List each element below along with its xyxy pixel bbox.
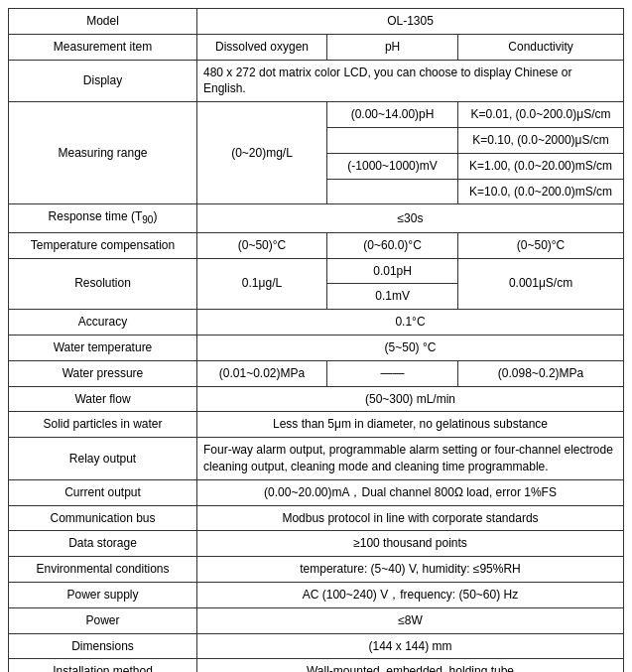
resolution-label: Resolution	[9, 258, 197, 310]
power-supply-label: Power supply	[9, 582, 197, 607]
dissolved-oxygen-cell: Dissolved oxygen	[197, 34, 327, 60]
display-value: 480 x 272 dot matrix color LCD, you can …	[197, 60, 624, 102]
comm-bus-row: Communication bus Modbus protocol in lin…	[9, 505, 624, 531]
measuring-range-row: Measuring range (0~20)mg/L (0.00~14.00)p…	[9, 102, 624, 128]
env-conditions-value: temperature: (5~40) V, humidity: ≤95%RH	[197, 557, 624, 583]
resolution-cond: 0.001μS/cm	[458, 258, 624, 310]
resolution-do: 0.1μg/L	[197, 258, 327, 310]
response-time-row: Response time (T90) ≤30s	[9, 204, 624, 232]
conductivity-range3-cell: K=1.00, (0.0~20.00)mS/cm	[458, 153, 624, 179]
dimensions-row: Dimensions (144 x 144) mm	[9, 633, 624, 659]
model-label: Model	[9, 9, 197, 35]
water-pressure-label: Water pressure	[9, 360, 197, 386]
env-conditions-label: Environmental conditions	[9, 557, 197, 583]
comm-bus-label: Communication bus	[9, 505, 197, 531]
resolution-mv: 0.1mV	[327, 284, 458, 310]
response-time-value: ≤30s	[197, 204, 624, 232]
model-value: OL-1305	[197, 9, 624, 35]
water-pressure-row: Water pressure (0.01~0.02)MPa —— (0.098~…	[9, 360, 624, 386]
ph-range2-cell	[327, 127, 458, 153]
water-temp-row: Water temperature (5~50) °C	[9, 335, 624, 360]
data-storage-label: Data storage	[9, 531, 197, 557]
temp-comp-ph: (0~60.0)°C	[327, 232, 458, 258]
ph-cell: pH	[327, 34, 458, 60]
water-temp-value: (5~50) °C	[197, 335, 624, 360]
spec-table: Model OL-1305 Measurement item Dissolved…	[8, 8, 624, 672]
relay-output-label: Relay output	[9, 438, 197, 480]
accuracy-value: 0.1°C	[197, 310, 624, 336]
resolution-ph: 0.01pH	[327, 258, 458, 284]
model-row: Model OL-1305	[9, 9, 624, 35]
temp-comp-row: Temperature compensation (0~50)°C (0~60.…	[9, 232, 624, 258]
dimensions-value: (144 x 144) mm	[197, 633, 624, 659]
mv-range-cell: (-1000~1000)mV	[327, 153, 458, 179]
power-label: Power	[9, 607, 197, 633]
resolution-row1: Resolution 0.1μg/L 0.01pH 0.001μS/cm	[9, 258, 624, 284]
water-pressure-cond: (0.098~0.2)MPa	[458, 360, 624, 386]
water-temp-label: Water temperature	[9, 335, 197, 360]
data-storage-value: ≥100 thousand points	[197, 531, 624, 557]
accuracy-row: Accuracy 0.1°C	[9, 310, 624, 336]
solid-particles-label: Solid particles in water	[9, 412, 197, 438]
measurement-item-label: Measurement item	[9, 34, 197, 60]
power-supply-row: Power supply AC (100~240) V，frequency: (…	[9, 582, 624, 607]
water-flow-value: (50~300) mL/min	[197, 386, 624, 412]
ph-range-cell: (0.00~14.00)pH	[327, 102, 458, 128]
water-flow-label: Water flow	[9, 386, 197, 412]
conductivity-range2-cell: K=0.10, (0.0~2000)μS/cm	[458, 127, 624, 153]
display-label: Display	[9, 60, 197, 102]
display-row: Display 480 x 272 dot matrix color LCD, …	[9, 60, 624, 102]
current-output-row: Current output (0.00~20.00)mA，Dual chann…	[9, 479, 624, 505]
measurement-item-row: Measurement item Dissolved oxygen pH Con…	[9, 34, 624, 60]
accuracy-label: Accuracy	[9, 310, 197, 336]
mv-range2-cell	[327, 179, 458, 204]
solid-particles-value: Less than 5μm in diameter, no gelatinous…	[197, 412, 624, 438]
installation-method-label: Installation method	[9, 659, 197, 672]
data-storage-row: Data storage ≥100 thousand points	[9, 531, 624, 557]
relay-output-value: Four-way alarm output, programmable alar…	[197, 438, 624, 480]
comm-bus-value: Modbus protocol in line with corporate s…	[197, 505, 624, 531]
temp-comp-label: Temperature compensation	[9, 232, 197, 258]
power-value: ≤8W	[197, 607, 624, 633]
conductivity-range4-cell: K=10.0, (0.0~200.0)mS/cm	[458, 179, 624, 204]
power-row: Power ≤8W	[9, 607, 624, 633]
water-flow-row: Water flow (50~300) mL/min	[9, 386, 624, 412]
power-supply-value: AC (100~240) V，frequency: (50~60) Hz	[197, 582, 624, 607]
response-time-label: Response time (T90)	[9, 204, 197, 232]
conductivity-cell: Conductivity	[458, 34, 624, 60]
do-range-cell: (0~20)mg/L	[197, 102, 327, 204]
temp-comp-do: (0~50)°C	[197, 232, 327, 258]
installation-method-row: Installation method Wall-mounted, embedd…	[9, 659, 624, 672]
conductivity-range1-cell: K=0.01, (0.0~200.0)μS/cm	[458, 102, 624, 128]
temp-comp-cond: (0~50)°C	[458, 232, 624, 258]
measuring-range-label: Measuring range	[9, 102, 197, 204]
env-conditions-row: Environmental conditions temperature: (5…	[9, 557, 624, 583]
current-output-value: (0.00~20.00)mA，Dual channel 800Ω load, e…	[197, 479, 624, 505]
relay-output-row: Relay output Four-way alarm output, prog…	[9, 438, 624, 480]
installation-method-value: Wall-mounted, embedded, holding tube	[197, 659, 624, 672]
dimensions-label: Dimensions	[9, 633, 197, 659]
current-output-label: Current output	[9, 479, 197, 505]
solid-particles-row: Solid particles in water Less than 5μm i…	[9, 412, 624, 438]
water-pressure-ph: ——	[327, 360, 458, 386]
water-pressure-do: (0.01~0.02)MPa	[197, 360, 327, 386]
